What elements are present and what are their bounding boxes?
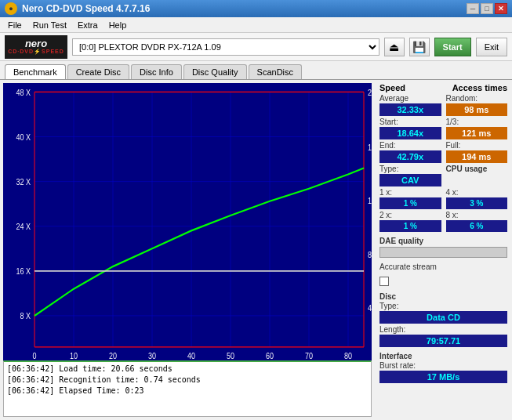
svg-text:40: 40	[187, 351, 195, 360]
nero-logo-tagline: CD·DVD⚡SPEED	[8, 49, 64, 55]
maximize-button[interactable]: □	[481, 3, 493, 14]
menu-extra[interactable]: Extra	[73, 19, 103, 31]
svg-text:12: 12	[368, 197, 372, 206]
svg-rect-0	[3, 83, 372, 360]
close-button[interactable]: ✕	[495, 3, 507, 14]
end-label: End:	[379, 141, 441, 150]
cpu-1x-group: 1 x: 1 %	[379, 188, 441, 209]
tab-create-disc[interactable]: Create Disc	[67, 64, 129, 79]
end-full-row: End: 42.79x Full: 194 ms	[379, 141, 507, 163]
tab-disc-quality[interactable]: Disc Quality	[183, 64, 247, 79]
tab-benchmark[interactable]: Benchmark	[5, 64, 66, 79]
accurate-stream-checkbox-row	[379, 277, 507, 286]
start-onethird-row: Start: 18.64x 1/3: 121 ms	[379, 118, 507, 139]
svg-text:80: 80	[344, 351, 352, 360]
accurate-stream-row: Accurate stream	[379, 262, 507, 272]
tab-bar: Benchmark Create Disc Disc Info Disc Qua…	[0, 61, 512, 80]
cpu-1x-value: 1 %	[379, 197, 441, 209]
svg-text:70: 70	[305, 351, 313, 360]
log-entry-2: [06:36:42] Recognition time: 0.74 second…	[7, 375, 368, 386]
disc-type-label: Type:	[379, 302, 507, 310]
end-group: End: 42.79x	[379, 141, 441, 163]
cpu-label: CPU usage	[446, 165, 508, 173]
accurate-stream-checkbox[interactable]	[379, 277, 389, 286]
start-label: Start:	[379, 118, 441, 126]
tab-disc-info[interactable]: Disc Info	[131, 64, 182, 79]
average-value: 32.33x	[379, 103, 441, 116]
chart-wrapper: 48 X 40 X 32 X 24 X 16 X 8 X 20 16 12 8 …	[3, 83, 372, 360]
full-label: Full:	[446, 141, 508, 150]
save-icon-button[interactable]: 💾	[409, 38, 430, 56]
disc-section: Disc Type: Data CD Length: 79:57.71	[379, 292, 507, 347]
tab-scan-disc[interactable]: ScanDisc	[249, 64, 302, 79]
app-title: Nero CD-DVD Speed 4.7.7.16	[22, 3, 150, 14]
svg-text:20: 20	[109, 351, 117, 360]
end-value: 42.79x	[379, 150, 441, 163]
random-value: 98 ms	[446, 103, 508, 116]
average-group: Average 32.33x	[379, 94, 441, 116]
average-label: Average	[379, 94, 441, 103]
menu-help[interactable]: Help	[104, 19, 132, 31]
onethird-value: 121 ms	[446, 127, 508, 139]
menu-bar: File Run Test Extra Help	[0, 17, 512, 33]
chart-log-panel: 48 X 40 X 32 X 24 X 16 X 8 X 20 16 12 8 …	[0, 80, 375, 420]
cpu-4x-group: 4 x: 3 %	[446, 188, 508, 209]
interface-label: Interface	[379, 352, 507, 360]
cpu-4x-label: 4 x:	[446, 188, 508, 197]
cpu-2x-label: 2 x:	[379, 211, 441, 219]
cpu-2x-value: 1 %	[379, 220, 441, 232]
svg-text:30: 30	[148, 351, 156, 360]
cpu-8x-label: 8 x:	[446, 211, 508, 219]
random-group: Random: 98 ms	[446, 94, 508, 116]
dae-label: DAE quality	[379, 237, 507, 245]
minimize-button[interactable]: ─	[467, 3, 479, 14]
onethird-label: 1/3:	[446, 118, 508, 126]
log-content[interactable]: [06:36:42] Load time: 20.66 seconds [06:…	[4, 362, 371, 416]
cpu-4x-value: 3 %	[446, 197, 508, 209]
interface-group: Interface Burst rate: 17 MB/s	[379, 352, 507, 383]
type-value: CAV	[379, 174, 441, 186]
app-window: ● Nero CD-DVD Speed 4.7.7.16 ─ □ ✕ File …	[0, 0, 512, 420]
log-wrapper: [06:36:42] Load time: 20.66 seconds [06:…	[3, 360, 372, 417]
average-random-row: Average 32.33x Random: 98 ms	[379, 94, 507, 116]
dae-section: DAE quality	[379, 237, 507, 259]
start-group: Start: 18.64x	[379, 118, 441, 139]
toolbar: nero CD·DVD⚡SPEED [0:0] PLEXTOR DVDR PX-…	[0, 33, 512, 61]
menu-run-test[interactable]: Run Test	[28, 19, 71, 31]
drive-selector[interactable]: [0:0] PLEXTOR DVDR PX-712A 1.09	[72, 38, 379, 56]
svg-text:24 X: 24 X	[16, 223, 31, 232]
content-area: 48 X 40 X 32 X 24 X 16 X 8 X 20 16 12 8 …	[0, 80, 512, 420]
cpu-1x-label: 1 x:	[379, 188, 441, 197]
burst-value: 17 MB/s	[379, 371, 507, 383]
chart-svg: 48 X 40 X 32 X 24 X 16 X 8 X 20 16 12 8 …	[3, 83, 372, 360]
eject-icon-button[interactable]: ⏏	[384, 38, 405, 56]
disc-section-label: Disc	[379, 292, 507, 301]
full-group: Full: 194 ms	[446, 141, 508, 163]
right-panel: Speed Access times Average 32.33x Random…	[375, 80, 512, 420]
log-entry-1: [06:36:42] Load time: 20.66 seconds	[7, 364, 368, 375]
onethird-group: 1/3: 121 ms	[446, 118, 508, 139]
type-cpu-row: Type: CAV CPU usage	[379, 165, 507, 186]
svg-text:20: 20	[368, 88, 372, 97]
interface-row: Interface Burst rate: 17 MB/s	[379, 352, 507, 383]
menu-file[interactable]: File	[3, 19, 27, 31]
log-entry-3: [06:36:42] Elapsed Time: 0:23	[7, 386, 368, 396]
svg-text:50: 50	[227, 351, 234, 360]
svg-text:40 X: 40 X	[16, 133, 31, 143]
length-label: Length:	[379, 325, 507, 334]
disc-type-value: Data CD	[379, 311, 507, 324]
speed-label: Speed	[379, 83, 405, 92]
cpu-8x-value: 6 %	[446, 220, 508, 232]
svg-text:8: 8	[368, 250, 372, 259]
svg-text:10: 10	[70, 351, 78, 360]
nero-logo-text: nero	[25, 38, 47, 49]
nero-logo: nero CD·DVD⚡SPEED	[5, 35, 67, 59]
cpu-values-row: 1 x: 1 % 4 x: 3 %	[379, 188, 507, 209]
title-bar: ● Nero CD-DVD Speed 4.7.7.16 ─ □ ✕	[0, 0, 512, 17]
start-button[interactable]: Start	[434, 38, 471, 56]
exit-button[interactable]: Exit	[476, 38, 507, 56]
type-label: Type:	[379, 165, 441, 173]
cpu-8x-group: 8 x: 6 %	[446, 211, 508, 232]
svg-text:32 X: 32 X	[16, 178, 31, 187]
accurate-stream-label: Accurate stream	[379, 262, 437, 271]
